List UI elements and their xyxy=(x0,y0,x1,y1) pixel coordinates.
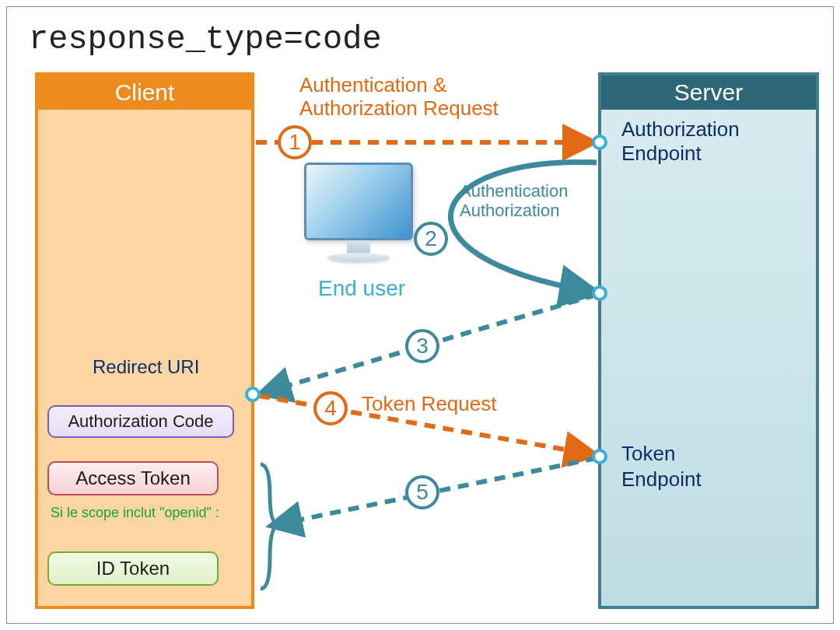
end-user-icon xyxy=(289,163,429,287)
server-return-dot xyxy=(592,285,607,301)
step2-label: AuthenticationAuthorization xyxy=(460,181,568,221)
token-endpoint-dot xyxy=(592,449,607,464)
redirect-uri-dot xyxy=(245,387,261,402)
server-header: Server xyxy=(601,75,816,110)
access-token: Access Token xyxy=(47,461,219,495)
step1-label-text: Authentication &Authorization Request xyxy=(299,74,499,121)
diagram-title: response_type=code xyxy=(29,21,382,58)
monitor-screen-icon xyxy=(304,163,413,240)
step2-label-text: AuthenticationAuthorization xyxy=(460,181,568,221)
step-5-badge: 5 xyxy=(405,475,439,509)
step-3-badge: 3 xyxy=(405,329,439,363)
token-endpoint-label: TokenEndpoint xyxy=(621,441,702,492)
step4-label: Token Request xyxy=(362,393,496,416)
authorization-endpoint-dot xyxy=(592,135,607,150)
authorization-endpoint-text: AuthorizationEndpoint xyxy=(621,117,740,166)
client-header: Client xyxy=(38,75,251,110)
scope-openid-note: Si le scope inclut "openid" : xyxy=(51,505,229,522)
client-box: Client xyxy=(35,72,254,609)
authorization-endpoint-label: AuthorizationEndpoint xyxy=(621,117,740,166)
id-token: ID Token xyxy=(47,551,219,586)
monitor-base-icon xyxy=(327,253,390,262)
token-endpoint-text: TokenEndpoint xyxy=(621,441,702,492)
redirect-uri-label: Redirect URI xyxy=(93,356,199,378)
step-2-badge: 2 xyxy=(414,222,448,256)
diagram-frame: response_type=code Client Server Au xyxy=(6,6,834,624)
step1-label: Authentication &Authorization Request xyxy=(299,74,499,121)
step-4-badge: 4 xyxy=(313,391,348,425)
authorization-code-token: Authorization Code xyxy=(47,405,234,438)
step-1-badge: 1 xyxy=(278,125,312,159)
end-user-label: End user xyxy=(318,276,405,301)
